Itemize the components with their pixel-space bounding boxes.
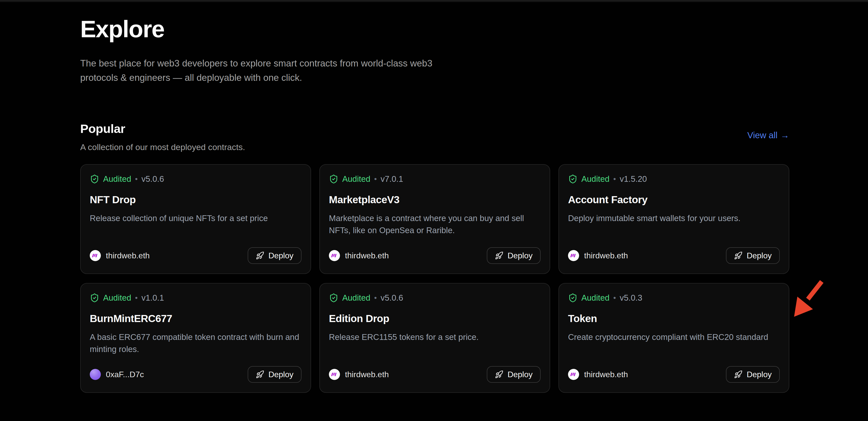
- version-badge: v1.5.20: [620, 174, 647, 184]
- shield-check-icon: [568, 293, 578, 303]
- card-badge-row: Audited • v7.0.1: [329, 174, 540, 184]
- section-subtitle: A collection of our most deployed contra…: [80, 142, 245, 152]
- badge-separator: •: [135, 293, 138, 302]
- badge-separator: •: [374, 175, 377, 183]
- section-title: Popular: [80, 122, 245, 136]
- page-title: Explore: [80, 16, 789, 42]
- deploy-button-label: Deploy: [268, 370, 293, 379]
- shield-check-icon: [329, 174, 338, 184]
- publisher[interactable]: thirdweb.eth: [329, 369, 389, 380]
- rocket-icon: [734, 370, 743, 379]
- contract-card-account-factory[interactable]: Audited • v1.5.20 Account Factory Deploy…: [558, 164, 789, 274]
- shield-check-icon: [568, 174, 578, 184]
- publisher[interactable]: 0xaF...D7c: [90, 369, 144, 380]
- deploy-button[interactable]: Deploy: [487, 247, 540, 264]
- contract-card-burnminterc677[interactable]: Audited • v1.0.1 BurnMintERC677 A basic …: [80, 283, 311, 393]
- version-badge: v5.0.6: [141, 174, 164, 184]
- version-badge: v5.0.6: [380, 293, 403, 303]
- thirdweb-avatar: [90, 250, 101, 261]
- shield-check-icon: [90, 174, 99, 184]
- card-description: Release ERC1155 tokens for a set price.: [329, 331, 540, 343]
- thirdweb-logo-icon: [331, 253, 338, 258]
- publisher[interactable]: thirdweb.eth: [90, 250, 150, 261]
- contract-card-token[interactable]: Audited • v5.0.3 Token Create cryptocurr…: [558, 283, 789, 393]
- shield-check-icon: [90, 293, 99, 303]
- explore-page: Explore The best place for web3 develope…: [0, 0, 868, 421]
- card-title: Edition Drop: [329, 313, 540, 325]
- view-all-link[interactable]: View all →: [747, 130, 789, 140]
- card-footer: thirdweb.eth Deploy: [90, 247, 302, 264]
- card-description: Release collection of unique NFTs for a …: [90, 212, 302, 224]
- deploy-button[interactable]: Deploy: [248, 366, 302, 383]
- card-badge-row: Audited • v1.0.1: [90, 293, 302, 303]
- thirdweb-avatar: [568, 369, 579, 380]
- deploy-button[interactable]: Deploy: [248, 247, 302, 264]
- thirdweb-logo-icon: [570, 372, 577, 377]
- audited-badge: Audited: [342, 293, 370, 303]
- rocket-icon: [495, 251, 503, 260]
- deploy-button-label: Deploy: [268, 251, 293, 260]
- deploy-button[interactable]: Deploy: [726, 366, 780, 383]
- publisher[interactable]: thirdweb.eth: [568, 250, 628, 261]
- card-footer: 0xaF...D7c Deploy: [90, 366, 302, 383]
- publisher[interactable]: thirdweb.eth: [329, 250, 389, 261]
- thirdweb-logo-icon: [92, 253, 99, 258]
- deploy-button[interactable]: Deploy: [726, 247, 780, 264]
- badge-separator: •: [374, 293, 377, 302]
- deploy-button-label: Deploy: [507, 251, 533, 260]
- card-description: Marketplace is a contract where you can …: [329, 212, 540, 236]
- version-badge: v5.0.3: [620, 293, 642, 303]
- thirdweb-logo-icon: [570, 253, 577, 258]
- card-badge-row: Audited • v5.0.6: [90, 174, 302, 184]
- rocket-icon: [256, 251, 264, 260]
- thirdweb-avatar: [329, 250, 340, 261]
- publisher-name: 0xaF...D7c: [106, 370, 144, 379]
- card-title: NFT Drop: [90, 194, 302, 206]
- publisher-name: thirdweb.eth: [345, 370, 389, 379]
- deploy-button[interactable]: Deploy: [487, 366, 540, 383]
- audited-badge: Audited: [581, 293, 610, 303]
- card-description: Deploy immutable smart wallets for your …: [568, 212, 780, 224]
- card-badge-row: Audited • v5.0.6: [329, 293, 540, 303]
- thirdweb-avatar: [568, 250, 579, 261]
- main-content: Explore The best place for web3 develope…: [80, 16, 789, 393]
- view-all-label: View all: [747, 130, 777, 140]
- rocket-icon: [734, 251, 743, 260]
- card-title: MarketplaceV3: [329, 194, 540, 206]
- deploy-button-label: Deploy: [747, 251, 772, 260]
- card-badge-row: Audited • v5.0.3: [568, 293, 780, 303]
- publisher-name: thirdweb.eth: [584, 370, 628, 379]
- publisher-name: thirdweb.eth: [584, 251, 628, 260]
- address-avatar: [90, 369, 101, 380]
- audited-badge: Audited: [103, 293, 131, 303]
- shield-check-icon: [329, 293, 338, 303]
- card-footer: thirdweb.eth Deploy: [568, 366, 780, 383]
- contract-card-edition-drop[interactable]: Audited • v5.0.6 Edition Drop Release ER…: [319, 283, 550, 393]
- badge-separator: •: [135, 175, 138, 183]
- contract-card-marketplacev3[interactable]: Audited • v7.0.1 MarketplaceV3 Marketpla…: [319, 164, 550, 274]
- deploy-button-label: Deploy: [507, 370, 533, 379]
- version-badge: v7.0.1: [380, 174, 403, 184]
- card-title: Account Factory: [568, 194, 780, 206]
- card-footer: thirdweb.eth Deploy: [329, 247, 540, 264]
- contract-card-nft-drop[interactable]: Audited • v5.0.6 NFT Drop Release collec…: [80, 164, 311, 274]
- thirdweb-avatar: [329, 369, 340, 380]
- card-title: BurnMintERC677: [90, 313, 302, 325]
- audited-badge: Audited: [103, 174, 131, 184]
- audited-badge: Audited: [342, 174, 370, 184]
- thirdweb-logo-icon: [331, 372, 338, 377]
- publisher-name: thirdweb.eth: [345, 251, 389, 260]
- card-footer: thirdweb.eth Deploy: [329, 366, 540, 383]
- arrow-right-icon: →: [780, 130, 789, 140]
- contracts-grid: Audited • v5.0.6 NFT Drop Release collec…: [80, 164, 789, 393]
- card-description: A basic ERC677 compatible token contract…: [90, 331, 302, 355]
- badge-separator: •: [613, 293, 616, 302]
- deploy-button-label: Deploy: [747, 370, 772, 379]
- rocket-icon: [256, 370, 264, 379]
- publisher[interactable]: thirdweb.eth: [568, 369, 628, 380]
- audited-badge: Audited: [581, 174, 610, 184]
- publisher-name: thirdweb.eth: [106, 251, 150, 260]
- version-badge: v1.0.1: [141, 293, 164, 303]
- popular-section-heading: Popular A collection of our most deploye…: [80, 122, 245, 152]
- card-description: Create cryptocurrency compliant with ERC…: [568, 331, 780, 343]
